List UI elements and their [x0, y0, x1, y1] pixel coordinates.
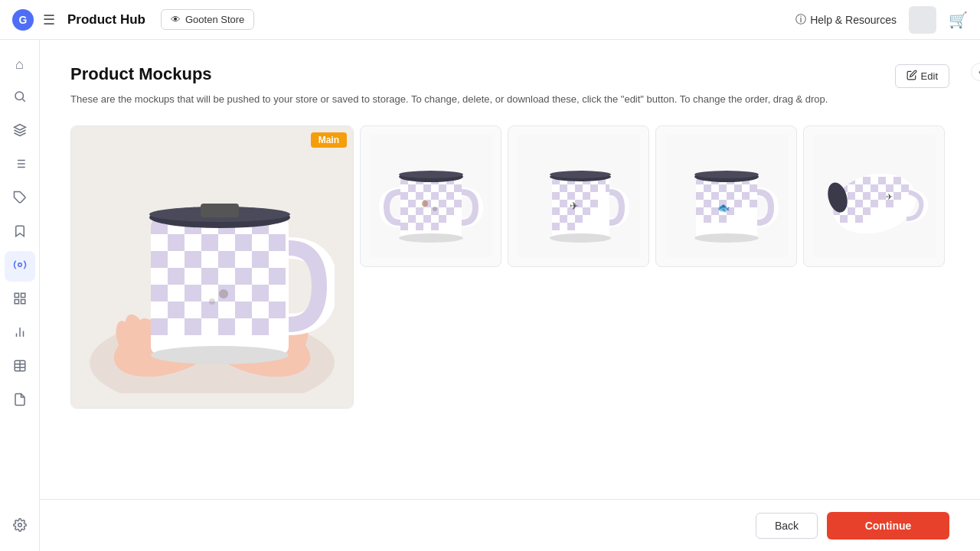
sidebar-item-layers[interactable]	[5, 116, 35, 147]
svg-rect-14	[15, 299, 18, 303]
svg-rect-56	[201, 302, 218, 318]
svg-rect-61	[218, 318, 235, 335]
main-badge: Main	[311, 132, 347, 148]
svg-rect-47	[168, 268, 185, 285]
svg-rect-89	[400, 207, 408, 215]
svg-rect-90	[416, 207, 423, 215]
svg-rect-172	[855, 184, 863, 192]
sidebar-item-report[interactable]	[5, 386, 35, 416]
svg-rect-82	[416, 192, 423, 200]
mockup-grid: Main	[70, 126, 949, 409]
search-icon	[13, 90, 27, 107]
sidebar-item-grid[interactable]	[5, 285, 35, 315]
svg-rect-144	[750, 184, 757, 192]
sidebar-item-home[interactable]: ⌂	[5, 49, 35, 80]
svg-rect-145	[696, 192, 704, 200]
svg-rect-186	[848, 207, 855, 215]
svg-rect-59	[151, 318, 168, 335]
cart-icon[interactable]: 🛒	[949, 11, 968, 29]
svg-rect-41	[235, 234, 252, 251]
edit-button[interactable]: Edit	[895, 64, 949, 88]
svg-rect-12	[21, 293, 24, 297]
svg-rect-153	[696, 207, 704, 215]
avatar[interactable]	[909, 6, 936, 34]
mockup-thumb-3: 🐟	[655, 126, 797, 267]
edit-icon	[906, 70, 917, 83]
app-layout: ⌂	[0, 40, 980, 551]
sidebar-item-design[interactable]	[5, 251, 35, 282]
svg-rect-112	[560, 184, 567, 192]
table-icon	[13, 359, 27, 377]
svg-rect-46	[252, 251, 269, 268]
svg-rect-187	[863, 207, 871, 215]
sidebar-item-bookmark[interactable]	[5, 217, 35, 248]
svg-point-63	[219, 289, 228, 298]
svg-rect-122	[552, 207, 560, 215]
sidebar-item-search[interactable]	[5, 83, 35, 113]
svg-rect-127	[552, 223, 560, 230]
svg-rect-147	[727, 192, 734, 200]
app-logo: G	[12, 9, 34, 31]
continue-button[interactable]: Continue	[827, 512, 949, 540]
svg-rect-49	[235, 268, 252, 285]
sidebar-item-list[interactable]	[5, 150, 35, 181]
svg-rect-87	[439, 200, 446, 207]
svg-rect-52	[185, 285, 201, 302]
list-icon	[13, 157, 27, 174]
svg-rect-96	[400, 223, 408, 230]
collapse-panel-button[interactable]: ‹	[971, 63, 980, 81]
svg-rect-179	[878, 192, 886, 200]
sidebar-item-tag[interactable]	[5, 184, 35, 214]
svg-rect-55	[168, 302, 185, 318]
home-icon: ⌂	[15, 57, 24, 73]
svg-line-1	[22, 99, 24, 101]
svg-point-64	[209, 298, 215, 305]
svg-point-132	[550, 233, 611, 243]
svg-rect-114	[590, 184, 598, 192]
sidebar-item-table[interactable]	[5, 352, 35, 383]
mockup-thumb-1	[360, 126, 501, 267]
svg-point-68	[151, 346, 289, 364]
main-mockup-image	[71, 126, 353, 408]
svg-rect-121	[590, 200, 598, 207]
svg-rect-79	[439, 184, 446, 192]
settings-icon	[13, 518, 27, 536]
svg-rect-174	[886, 184, 893, 192]
svg-rect-128	[567, 223, 575, 230]
back-button[interactable]: Back	[756, 513, 818, 539]
svg-rect-124	[583, 207, 590, 215]
svg-point-100	[433, 207, 437, 211]
gooten-store-button[interactable]: 👁 Gooten Store	[161, 9, 254, 30]
page-description: These are the mockups that will be pushe…	[70, 92, 949, 107]
svg-rect-178	[863, 192, 871, 200]
eye-icon: 👁	[171, 14, 181, 25]
menu-icon[interactable]: ☰	[43, 11, 55, 28]
svg-rect-119	[560, 200, 567, 207]
svg-point-0	[15, 92, 24, 100]
svg-rect-141	[704, 184, 711, 192]
sidebar-item-chart[interactable]	[5, 318, 35, 349]
sidebar-item-settings[interactable]	[5, 511, 35, 542]
svg-rect-45	[218, 251, 235, 268]
svg-rect-98	[431, 223, 439, 230]
grid-icon	[13, 292, 27, 309]
svg-rect-60	[185, 318, 201, 335]
svg-rect-95	[439, 215, 446, 223]
svg-rect-156	[704, 215, 711, 223]
svg-text:🐟: 🐟	[717, 201, 730, 214]
svg-rect-62	[252, 318, 269, 335]
svg-rect-126	[575, 215, 583, 223]
svg-point-131	[550, 171, 611, 178]
svg-rect-83	[431, 192, 439, 200]
header: G ☰ Product Hub 👁 Gooten Store ⓘ Help & …	[0, 0, 980, 40]
bottom-bar: Back Continue	[40, 499, 980, 551]
svg-rect-151	[734, 200, 742, 207]
svg-rect-169	[878, 177, 886, 184]
svg-rect-118	[583, 192, 590, 200]
svg-rect-149	[704, 200, 711, 207]
mockup-thumb-2: ✈	[508, 126, 649, 267]
svg-rect-44	[185, 251, 201, 268]
sidebar: ⌂	[0, 40, 40, 551]
svg-rect-48	[201, 268, 218, 285]
help-resources-button[interactable]: ⓘ Help & Resources	[795, 13, 897, 27]
